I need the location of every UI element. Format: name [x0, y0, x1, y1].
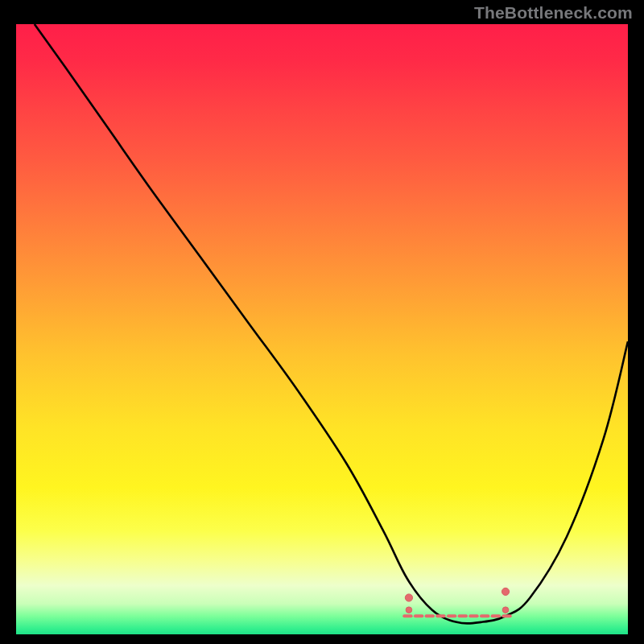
chart-stage: TheBottleneck.com	[0, 0, 644, 644]
optimal-marker-dot	[406, 607, 412, 613]
optimal-marker-dot	[405, 594, 412, 601]
bottleneck-curve	[35, 24, 628, 623]
watermark-text: TheBottleneck.com	[474, 3, 633, 23]
plot-area	[16, 24, 628, 634]
optimal-marker-dot	[502, 588, 509, 595]
bottleneck-curve-layer	[16, 24, 628, 634]
optimal-zone-markers	[405, 588, 509, 613]
optimal-marker-dot	[502, 607, 509, 613]
